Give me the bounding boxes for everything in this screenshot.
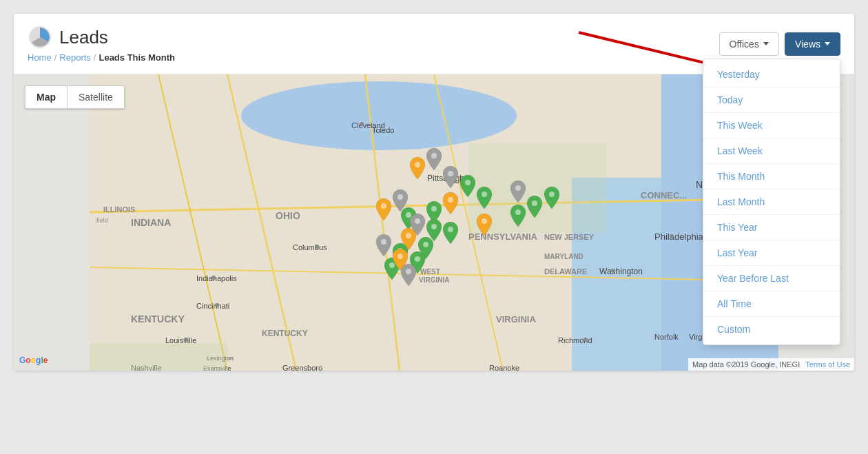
offices-button[interactable]: Offices [719, 32, 779, 56]
offices-caret-icon [763, 42, 769, 45]
svg-point-42 [611, 269, 615, 273]
breadcrumb-home[interactable]: Home [28, 52, 52, 63]
breadcrumb-sep-1: / [54, 52, 57, 63]
svg-point-28 [315, 245, 319, 249]
svg-text:VIRGINIA: VIRGINIA [496, 314, 536, 324]
svg-rect-51 [468, 143, 606, 233]
svg-text:KENTUCKY: KENTUCKY [131, 313, 185, 324]
dropdown-item-custom[interactable]: Custom [703, 317, 840, 342]
svg-point-6 [241, 81, 517, 150]
svg-text:VIRGINIA: VIRGINIA [419, 276, 449, 284]
dropdown-item-last-year[interactable]: Last Year [703, 240, 840, 266]
title-row: Leads [28, 25, 175, 50]
svg-point-40 [583, 338, 588, 342]
svg-text:Washington: Washington [599, 267, 643, 276]
svg-text:Greensboro: Greensboro [282, 364, 322, 371]
map-type-toggle: Map Satellite [25, 85, 125, 109]
dropdown-item-this-week[interactable]: This Week [703, 113, 840, 138]
offices-label: Offices [730, 39, 759, 50]
dropdown-item-last-week[interactable]: Last Week [703, 138, 840, 164]
dropdown-item-this-month[interactable]: This Month [703, 164, 840, 189]
breadcrumb-reports[interactable]: Reports [59, 52, 91, 63]
svg-point-44 [670, 234, 674, 238]
terms-of-use-link[interactable]: Terms of Use [805, 360, 850, 369]
map-type-satellite-button[interactable]: Satellite [68, 86, 124, 108]
breadcrumb: Home / Reports / Leads This Month [28, 52, 175, 63]
svg-point-30 [211, 276, 216, 280]
google-logo: Google [19, 355, 48, 365]
dropdown-item-today[interactable]: Today [703, 87, 840, 113]
views-dropdown: YesterdayTodayThis WeekLast WeekThis Mon… [703, 59, 840, 345]
svg-point-26 [453, 179, 457, 183]
map-type-map-button[interactable]: Map [25, 86, 68, 108]
svg-text:Columbus: Columbus [293, 243, 327, 251]
svg-text:PENNSYLVANIA: PENNSYLVANIA [468, 231, 538, 242]
svg-text:Roanoke: Roanoke [489, 364, 519, 371]
svg-text:ILLINOIS: ILLINOIS [103, 205, 135, 214]
map-footer: Map data ©2019 Google, INEGI Terms of Us… [688, 358, 854, 371]
header-right: Offices Views YesterdayTodayThis WeekLas… [719, 32, 840, 56]
svg-text:DELAWARE: DELAWARE [544, 267, 587, 276]
svg-text:NEW JERSEY: NEW JERSEY [544, 233, 595, 241]
dropdown-item-this-year[interactable]: This Year [703, 215, 840, 240]
svg-text:Norfolk: Norfolk [654, 333, 679, 341]
svg-text:field: field [96, 217, 108, 224]
svg-text:Pittsburgh: Pittsburgh [427, 174, 464, 183]
dropdown-item-yesterday[interactable]: Yesterday [703, 62, 840, 87]
dropdown-item-last-month[interactable]: Last Month [703, 189, 840, 215]
breadcrumb-current: Leads This Month [99, 52, 175, 63]
views-label: Views [795, 39, 820, 50]
svg-text:MARYLAND: MARYLAND [544, 253, 583, 260]
svg-rect-50 [90, 343, 227, 371]
header-left: Leads Home / Reports / Leads This Month [28, 25, 175, 63]
card-header: Leads Home / Reports / Leads This Month [14, 14, 854, 74]
svg-point-34 [184, 338, 188, 342]
svg-text:CONNEC...: CONNEC... [641, 190, 687, 200]
svg-text:INDIANA: INDIANA [131, 217, 171, 228]
map-data-text: Map data ©2019 Google, INEGI [692, 360, 800, 369]
svg-text:Toledo: Toledo [372, 126, 394, 134]
svg-point-32 [215, 303, 219, 307]
svg-text:Cincinnati: Cincinnati [196, 302, 229, 310]
svg-text:OHIO: OHIO [276, 210, 300, 221]
dropdown-item-year-before-last[interactable]: Year Before Last [703, 266, 840, 291]
svg-text:Philadelphia: Philadelphia [654, 231, 704, 242]
breadcrumb-sep-2: / [94, 52, 96, 63]
views-caret-icon [825, 42, 830, 45]
main-card: Leads Home / Reports / Leads This Month [14, 14, 854, 371]
dropdown-item-all-time[interactable]: All Time [703, 291, 840, 317]
leads-icon [28, 25, 52, 50]
svg-text:Indianapolis: Indianapolis [196, 274, 237, 282]
views-button[interactable]: Views [785, 32, 840, 56]
page-title: Leads [59, 27, 108, 48]
svg-point-23 [360, 122, 364, 126]
svg-text:WEST: WEST [420, 268, 440, 276]
page-wrapper: Leads Home / Reports / Leads This Month [0, 0, 868, 384]
svg-text:KENTUCKY: KENTUCKY [262, 329, 308, 338]
